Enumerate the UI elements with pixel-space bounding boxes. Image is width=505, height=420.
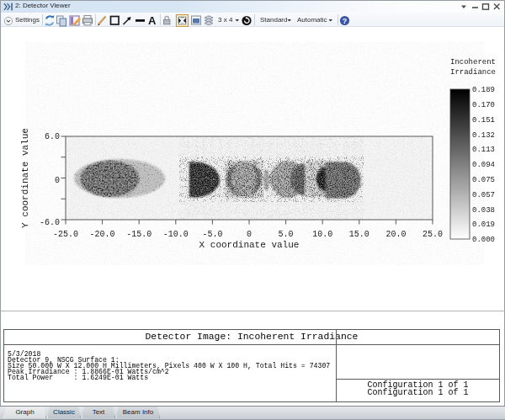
svg-text:-6.0: -6.0	[40, 218, 60, 227]
svg-text:15.0: 15.0	[349, 230, 369, 239]
svg-text:-15.0: -15.0	[126, 230, 152, 239]
svg-text:0.113: 0.113	[472, 146, 495, 154]
svg-text:25.0: 25.0	[423, 230, 443, 239]
svg-text:0.094: 0.094	[472, 161, 495, 169]
svg-text:-20.0: -20.0	[90, 230, 115, 239]
svg-text:Incoherent: Incoherent	[450, 58, 496, 66]
svg-text:0: 0	[247, 230, 252, 239]
svg-text:0.151: 0.151	[472, 116, 495, 125]
svg-text:Y coordinate value: Y coordinate value	[20, 128, 30, 228]
svg-text:0.170: 0.170	[472, 101, 495, 109]
svg-text:-25.0: -25.0	[53, 230, 78, 239]
svg-text:0.075: 0.075	[472, 176, 495, 184]
svg-text:0.189: 0.189	[472, 86, 495, 94]
svg-text:Irradiance: Irradiance	[450, 68, 496, 77]
svg-text:5.0: 5.0	[279, 230, 294, 239]
svg-text:6.0: 6.0	[45, 132, 60, 141]
svg-text:0.057: 0.057	[472, 191, 495, 199]
svg-text:0.019: 0.019	[472, 221, 495, 229]
svg-text:-5.0: -5.0	[202, 230, 222, 239]
svg-text:0.000: 0.000	[472, 236, 495, 244]
svg-text:0.132: 0.132	[472, 131, 495, 140]
svg-text:10.0: 10.0	[312, 230, 332, 239]
svg-text:0: 0	[55, 176, 60, 185]
svg-text:0.038: 0.038	[472, 206, 495, 215]
svg-text:20.0: 20.0	[385, 230, 406, 239]
svg-text:-10.0: -10.0	[163, 230, 189, 239]
svg-text:X coordinate value: X coordinate value	[199, 240, 300, 250]
